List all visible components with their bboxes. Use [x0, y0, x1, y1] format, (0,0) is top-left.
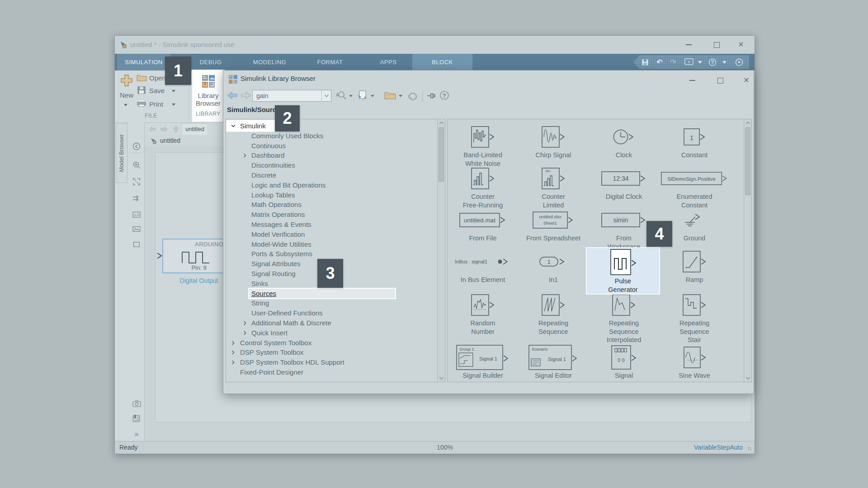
search-input[interactable] — [253, 90, 323, 101]
annotation-icon[interactable]: A — [132, 210, 141, 219]
open-button[interactable]: Open — [149, 74, 166, 82]
block-counter-free-running[interactable]: CounterFree-Running — [449, 165, 517, 209]
zoom-region-icon[interactable] — [132, 160, 141, 169]
breadcrumb[interactable]: untitled — [160, 137, 180, 144]
fit-to-view-icon[interactable] — [132, 177, 141, 186]
folder-dropdown-icon[interactable] — [399, 95, 402, 97]
blocks-scrollbar[interactable] — [744, 119, 751, 382]
lb-close-button[interactable]: ✕ — [739, 74, 754, 87]
minimize-ribbon-icon[interactable] — [734, 55, 745, 69]
tree-item-lookup-tables[interactable]: Lookup Tables — [226, 190, 437, 200]
tab-apps[interactable]: APPS — [370, 54, 406, 70]
tab-simulation[interactable]: SIMULATION — [117, 54, 170, 70]
tree-item-commonly-used-blocks[interactable]: Commonly Used Blocks — [226, 131, 437, 141]
help-dropdown-icon[interactable] — [721, 55, 727, 69]
block-clock[interactable]: Clock — [590, 124, 658, 160]
block-chirp-signal[interactable]: Chirp Signal — [519, 124, 587, 160]
folder-icon[interactable] — [384, 91, 396, 99]
block-in-bus-element[interactable]: InBus . signal1In Bus Element — [449, 249, 517, 284]
tree-item-string[interactable]: String — [226, 298, 437, 308]
save-icon[interactable] — [640, 55, 651, 69]
tab-format[interactable]: FORMAT — [307, 54, 353, 70]
block-from-file[interactable]: untitled.matFrom File — [449, 207, 517, 243]
tree-item-sources[interactable]: Sources — [226, 289, 437, 299]
chevron-right-icon[interactable] — [242, 330, 247, 336]
tree-item-control-system-toolbox[interactable]: Control System Toolbox — [226, 338, 437, 348]
minimize-button[interactable] — [681, 38, 696, 51]
tree-item-dsp-system-toolbox[interactable]: DSP System Toolbox — [226, 347, 437, 357]
chevron-down-icon[interactable] — [231, 123, 236, 128]
nav-forward-icon[interactable] — [160, 126, 168, 132]
chevron-right-icon[interactable] — [231, 340, 236, 346]
resize-grip[interactable] — [748, 447, 752, 451]
tree-item-dashboard[interactable]: Dashboard — [226, 150, 437, 160]
model-browser-tab[interactable]: Model Browser — [116, 123, 127, 183]
block-signal-editor[interactable]: ScenarioSignal 1Signal Editor — [519, 344, 587, 380]
print-button[interactable]: Print — [149, 100, 163, 108]
new-button[interactable]: New — [115, 91, 138, 99]
auto-arrange-icon[interactable] — [132, 194, 141, 203]
image-icon[interactable] — [132, 225, 141, 234]
canvas-tab-untitled[interactable]: untitled — [182, 123, 208, 135]
search-box[interactable] — [252, 90, 331, 102]
block-random-number[interactable]: RandomNumber — [449, 292, 517, 336]
chevron-right-icon[interactable] — [231, 360, 236, 365]
block-sine-wave[interactable]: Sine Wave — [660, 344, 728, 380]
tree-item-ports-subsystems[interactable]: Ports & Subsystems — [226, 249, 437, 259]
solver-link[interactable]: VariableStepAuto — [694, 444, 743, 451]
tree-item-model-wide-utilities[interactable]: Model-Wide Utilities — [226, 239, 437, 249]
redo-icon[interactable]: ↷ — [668, 55, 679, 69]
block-ramp[interactable]: Ramp — [660, 249, 728, 284]
scroll-down-icon[interactable] — [438, 375, 445, 382]
run-dropdown-icon[interactable] — [697, 55, 703, 69]
tree-scrollbar[interactable] — [437, 119, 445, 382]
more-tools-icon[interactable]: » — [132, 430, 141, 439]
save-button[interactable]: Save — [149, 87, 165, 94]
maximize-button[interactable] — [709, 38, 724, 51]
scroll-up-icon[interactable] — [744, 119, 751, 127]
scrollbar-thumb[interactable] — [439, 127, 444, 182]
tree-item-model-verification[interactable]: Model Verification — [226, 230, 437, 239]
viewer-icon[interactable] — [132, 414, 141, 423]
nav-up-icon[interactable] — [173, 125, 179, 133]
block-digital-clock[interactable]: 12:34Digital Clock — [590, 165, 658, 201]
library-browser-button[interactable]: Library Browser LIBRARY — [192, 70, 225, 122]
tree-item-user-defined-functions[interactable]: User-Defined Functions — [226, 308, 437, 318]
chevron-right-icon[interactable] — [242, 153, 247, 158]
search-options-icon[interactable]: A — [335, 90, 347, 102]
tree-item-quick-insert[interactable]: Quick Insert — [226, 328, 437, 338]
tree-item-discontinuities[interactable]: Discontinuities — [226, 160, 437, 170]
chevron-right-icon[interactable] — [242, 320, 247, 326]
tree-item-fixed-point-designer[interactable]: Fixed-Point Designer — [226, 367, 437, 377]
undo-icon[interactable]: ↶ — [654, 55, 665, 69]
print-dropdown-icon[interactable] — [172, 103, 175, 106]
block-repeating-sequence-stair[interactable]: RepeatingSequenceStair — [660, 292, 728, 344]
tab-debug[interactable]: DEBUG — [188, 54, 233, 70]
block-constant[interactable]: 1Constant — [660, 124, 728, 160]
save-dropdown-icon[interactable] — [172, 90, 175, 92]
tree-item-dsp-system-toolbox-hdl-support[interactable]: DSP System Toolbox HDL Support — [226, 357, 437, 367]
scroll-down-icon[interactable] — [744, 375, 751, 382]
tab-block[interactable]: BLOCK — [412, 54, 472, 70]
block-signal-builder[interactable]: Group 1Signal 1Signal Builder — [449, 344, 517, 380]
search-options-dropdown-icon[interactable] — [349, 95, 353, 97]
pin-icon[interactable] — [427, 93, 437, 99]
tree-item-additional-math-discrete[interactable]: Additional Math & Discrete — [226, 318, 437, 328]
tree-item-discrete[interactable]: Discrete — [226, 170, 437, 180]
search-history-dropdown-icon[interactable] — [321, 90, 331, 101]
run-icon[interactable]: » — [683, 55, 695, 69]
block-counter-limited[interactable]: limCounterLimited — [519, 165, 587, 209]
tree-item-messages-events[interactable]: Messages & Events — [226, 220, 437, 230]
close-button[interactable]: ✕ — [733, 38, 749, 51]
block-band-limited-white-noise[interactable]: Band-LimitedWhite Noise — [449, 124, 517, 168]
block-repeating-sequence-interpolated[interactable]: RepeatingSequenceInterpolated — [590, 292, 658, 344]
nav-back-icon[interactable] — [148, 126, 156, 132]
block-enumerated-constant[interactable]: SlDemoSign.PositiveEnumeratedConstant — [660, 165, 728, 209]
scroll-up-icon[interactable] — [438, 119, 445, 127]
new-model-dropdown-icon[interactable] — [371, 95, 374, 97]
new-dropdown-icon[interactable] — [124, 104, 127, 106]
back-icon[interactable] — [227, 91, 238, 100]
tree-item-logic-and-bit-operations[interactable]: Logic and Bit Operations — [226, 180, 437, 190]
hide-toolstrip-icon[interactable] — [132, 142, 141, 151]
scrollbar-thumb[interactable] — [745, 127, 750, 195]
